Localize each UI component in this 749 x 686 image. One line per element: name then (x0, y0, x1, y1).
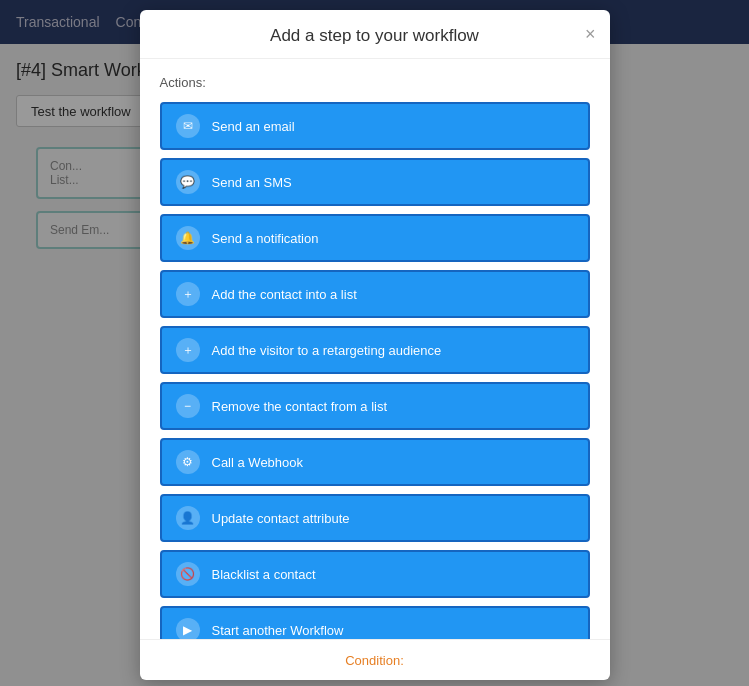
action-send-sms[interactable]: 💬 Send an SMS (160, 158, 590, 206)
action-add-retargeting-label: Add the visitor to a retargeting audienc… (212, 343, 442, 358)
modal-body[interactable]: Actions: ✉ Send an email 💬 Send an SMS 🔔… (140, 59, 610, 639)
modal-dialog: Add a step to your workflow × Actions: ✉… (140, 10, 610, 680)
send-sms-icon: 💬 (176, 170, 200, 194)
actions-label: Actions: (160, 75, 590, 90)
add-retargeting-icon: ＋ (176, 338, 200, 362)
action-add-retargeting[interactable]: ＋ Add the visitor to a retargeting audie… (160, 326, 590, 374)
action-send-sms-label: Send an SMS (212, 175, 292, 190)
modal-footer: Condition: (140, 639, 610, 680)
action-add-to-list[interactable]: ＋ Add the contact into a list (160, 270, 590, 318)
update-contact-icon: 👤 (176, 506, 200, 530)
blacklist-contact-icon: 🚫 (176, 562, 200, 586)
action-blacklist-contact-label: Blacklist a contact (212, 567, 316, 582)
start-workflow-icon: ▶ (176, 618, 200, 639)
modal-close-button[interactable]: × (585, 25, 596, 43)
action-send-notification[interactable]: 🔔 Send a notification (160, 214, 590, 262)
action-send-email[interactable]: ✉ Send an email (160, 102, 590, 150)
add-to-list-icon: ＋ (176, 282, 200, 306)
action-call-webhook-label: Call a Webhook (212, 455, 304, 470)
action-send-notification-label: Send a notification (212, 231, 319, 246)
action-start-workflow-label: Start another Workflow (212, 623, 344, 638)
action-update-contact[interactable]: 👤 Update contact attribute (160, 494, 590, 542)
modal-overlay: Add a step to your workflow × Actions: ✉… (0, 0, 749, 686)
action-blacklist-contact[interactable]: 🚫 Blacklist a contact (160, 550, 590, 598)
action-remove-from-list-label: Remove the contact from a list (212, 399, 388, 414)
call-webhook-icon: ⚙ (176, 450, 200, 474)
remove-from-list-icon: − (176, 394, 200, 418)
modal-header: Add a step to your workflow × (140, 10, 610, 59)
send-email-icon: ✉ (176, 114, 200, 138)
condition-label: Condition: (345, 653, 404, 668)
modal-title: Add a step to your workflow (270, 26, 479, 46)
action-send-email-label: Send an email (212, 119, 295, 134)
action-remove-from-list[interactable]: − Remove the contact from a list (160, 382, 590, 430)
send-notification-icon: 🔔 (176, 226, 200, 250)
action-update-contact-label: Update contact attribute (212, 511, 350, 526)
action-add-to-list-label: Add the contact into a list (212, 287, 357, 302)
action-call-webhook[interactable]: ⚙ Call a Webhook (160, 438, 590, 486)
action-start-workflow[interactable]: ▶ Start another Workflow (160, 606, 590, 639)
